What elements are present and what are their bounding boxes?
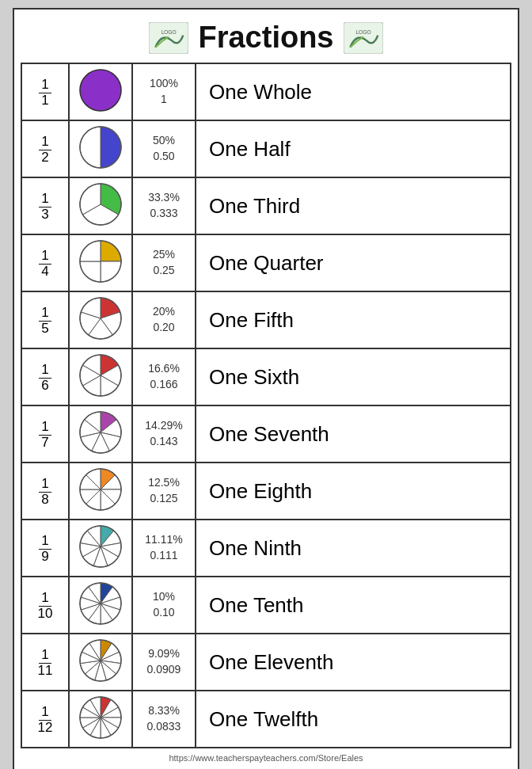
numerator: 1 [39, 363, 51, 379]
pie-chart-icon [78, 581, 124, 626]
svg-point-5 [80, 70, 121, 111]
fraction-cell: 112 [21, 691, 69, 748]
percent-cell: 14.29%0.143 [132, 405, 196, 463]
svg-text:LOGO: LOGO [355, 29, 370, 35]
fraction-cell: 14 [21, 234, 69, 291]
pie-chart-cell [69, 348, 132, 405]
fraction-name-cell: One Twelfth [196, 691, 511, 748]
table-row: 1333.3%0.333One Third [21, 177, 511, 234]
decimal-value: 0.111 [135, 548, 193, 564]
denominator: 5 [39, 322, 51, 337]
numerator: 1 [39, 306, 51, 322]
table-row: 11010%0.10One Tenth [21, 577, 511, 634]
page-title: Fractions [198, 21, 333, 55]
fraction-cell: 17 [21, 405, 69, 463]
pie-chart-icon [78, 523, 124, 569]
pie-chart-icon [78, 67, 124, 113]
numerator: 1 [39, 705, 51, 721]
page-container: LOGO Fractions LOGO 11100%1One Whole1250… [13, 8, 519, 769]
table-row: 1714.29%0.143One Seventh [21, 405, 511, 463]
fraction-name-cell: One Eighth [196, 463, 511, 520]
fraction-cell: 110 [21, 577, 69, 634]
percent-cell: 50%0.50 [132, 120, 196, 177]
fraction-cell: 13 [21, 177, 69, 234]
denominator: 8 [39, 493, 51, 508]
percent-value: 50% [135, 133, 193, 149]
table-row: 1119.09%0.0909One Eleventh [21, 634, 511, 691]
fraction-name-cell: One Third [196, 177, 511, 234]
pie-chart-icon [78, 638, 124, 683]
numerator: 1 [39, 534, 51, 550]
decimal-value: 1 [135, 92, 193, 108]
pie-chart-cell [69, 63, 132, 120]
percent-cell: 20%0.20 [132, 291, 196, 348]
pie-chart-icon [78, 124, 124, 170]
denominator: 4 [39, 265, 51, 280]
fraction-cell: 15 [21, 291, 69, 348]
numerator: 1 [39, 591, 51, 607]
percent-cell: 10%0.10 [132, 577, 196, 634]
fraction-cell: 19 [21, 520, 69, 577]
decimal-value: 0.166 [135, 377, 193, 393]
pie-chart-icon [78, 409, 124, 455]
pie-chart-cell [69, 634, 132, 691]
pie-chart-icon [78, 466, 124, 512]
fraction-name-cell: One Eleventh [196, 634, 511, 691]
percent-value: 20% [135, 304, 193, 320]
decimal-value: 0.333 [135, 206, 193, 222]
logo-left-icon: LOGO [149, 22, 188, 54]
denominator: 2 [39, 150, 51, 166]
denominator: 9 [39, 550, 51, 565]
fraction-name-cell: One Quarter [196, 234, 511, 291]
percent-cell: 16.6%0.166 [132, 348, 196, 405]
fraction-name-cell: One Fifth [196, 291, 511, 348]
fraction-cell: 18 [21, 463, 69, 520]
pie-chart-icon [78, 295, 124, 341]
percent-value: 10% [135, 589, 193, 605]
decimal-value: 0.10 [135, 605, 193, 621]
numerator: 1 [39, 78, 51, 93]
percent-value: 14.29% [135, 418, 193, 434]
pie-chart-cell [69, 577, 132, 634]
pie-chart-icon [78, 181, 124, 227]
fraction-name-cell: One Tenth [196, 577, 511, 634]
denominator: 3 [39, 207, 51, 223]
table-row: 1812.5%0.125One Eighth [21, 463, 511, 520]
decimal-value: 0.125 [135, 491, 193, 507]
fraction-cell: 11 [21, 63, 69, 120]
percent-value: 16.6% [135, 361, 193, 377]
decimal-value: 0.0909 [135, 662, 193, 678]
pie-chart-cell [69, 177, 132, 234]
percent-cell: 100%1 [132, 63, 196, 120]
denominator: 10 [36, 607, 55, 622]
fraction-name-cell: One Seventh [196, 405, 511, 463]
pie-chart-cell [69, 234, 132, 291]
pie-chart-cell [69, 405, 132, 463]
percent-value: 9.09% [135, 646, 193, 662]
pie-chart-cell [69, 520, 132, 577]
numerator: 1 [39, 648, 51, 664]
decimal-value: 0.25 [135, 263, 193, 279]
percent-cell: 8.33%0.0833 [132, 691, 196, 748]
denominator: 12 [36, 721, 55, 736]
denominator: 6 [39, 379, 51, 394]
denominator: 11 [36, 664, 55, 679]
percent-cell: 11.11%0.111 [132, 520, 196, 577]
table-row: 1425%0.25One Quarter [21, 234, 511, 291]
svg-text:LOGO: LOGO [162, 29, 177, 35]
percent-cell: 25%0.25 [132, 234, 196, 291]
fraction-name-cell: One Sixth [196, 348, 511, 405]
fraction-cell: 16 [21, 348, 69, 405]
percent-value: 8.33% [135, 703, 193, 719]
table-row: 1616.6%0.166One Sixth [21, 348, 511, 405]
percent-value: 33.3% [135, 190, 193, 206]
numerator: 1 [39, 477, 51, 493]
logo-right-icon: LOGO [344, 22, 383, 54]
percent-cell: 33.3%0.333 [132, 177, 196, 234]
denominator: 1 [39, 93, 51, 108]
percent-value: 100% [135, 76, 193, 92]
percent-cell: 12.5%0.125 [132, 463, 196, 520]
header: LOGO Fractions LOGO [21, 16, 511, 63]
percent-value: 25% [135, 247, 193, 263]
decimal-value: 0.0833 [135, 719, 193, 735]
